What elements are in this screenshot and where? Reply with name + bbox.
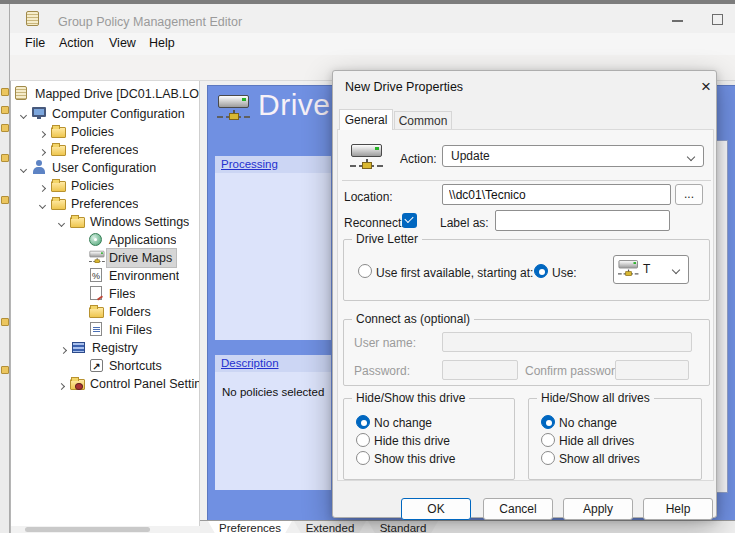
browse-button[interactable]: ... [675, 184, 703, 205]
tree-item-drive-maps[interactable]: Drive Maps [11, 249, 200, 267]
confirm-password-label: Confirm password: [525, 364, 625, 378]
maximize-button[interactable] [712, 14, 723, 25]
background-window-strip [0, 4, 10, 533]
tree-item-files[interactable]: Files [11, 285, 200, 303]
user-name-input [442, 332, 692, 352]
drive-letter-icon [618, 259, 639, 276]
label-as-input[interactable] [495, 210, 670, 231]
menu-action[interactable]: Action [59, 36, 94, 50]
drive-maps-header-icon [217, 93, 251, 121]
tree-item-shortcuts[interactable]: ↗ Shortcuts [11, 357, 200, 375]
location-input[interactable] [442, 184, 671, 205]
folder-icon [51, 178, 69, 194]
show-all-drives-radio[interactable] [541, 451, 555, 465]
folder-icon [51, 124, 69, 140]
gpme-app-icon [26, 11, 39, 26]
gpo-scroll-icon [15, 86, 33, 102]
show-this-drive-radio[interactable] [356, 451, 370, 465]
background-folder-icon [1, 154, 9, 162]
empty-selection-message: No policies selected [222, 386, 324, 398]
description-section-header: Description [215, 355, 331, 372]
reconnect-checkbox[interactable] [402, 213, 417, 228]
cancel-button[interactable]: Cancel [483, 498, 553, 520]
tree-item-registry[interactable]: Registry [11, 339, 200, 357]
this-no-change-radio[interactable] [356, 415, 370, 429]
tree-item-ini-files[interactable]: Ini Files [11, 321, 200, 339]
drive-letter-group: Drive Letter Use first available, starti… [343, 239, 710, 301]
processing-section-header: Processing [215, 156, 331, 173]
tree-item-computer-configuration[interactable]: Computer Configuration [11, 105, 200, 123]
connect-as-title: Connect as (optional) [352, 312, 474, 326]
expand-chevron-icon[interactable] [34, 145, 51, 155]
expand-chevron-icon[interactable] [34, 127, 51, 137]
window-title: Group Policy Management Editor [58, 15, 242, 29]
hide-all-drives-radio[interactable] [541, 433, 555, 447]
folders-icon [89, 304, 107, 320]
files-icon [89, 286, 107, 302]
collapse-chevron-icon[interactable] [53, 218, 70, 226]
show-this-drive-label: Show this drive [374, 452, 455, 466]
processing-link[interactable]: Processing [221, 158, 278, 170]
tree-item-policies[interactable]: Policies [11, 123, 200, 141]
registry-icon [72, 340, 90, 356]
ok-button[interactable]: OK [401, 498, 471, 520]
hide-show-all-title: Hide/Show all drives [537, 391, 654, 405]
expand-chevron-icon[interactable] [55, 343, 72, 353]
applications-icon [89, 232, 107, 248]
reconnect-label: Reconnect: [344, 216, 405, 230]
collapse-chevron-icon[interactable] [15, 164, 32, 172]
folder-icon [70, 214, 88, 230]
drive-action-icon [350, 142, 384, 170]
expand-chevron-icon[interactable] [34, 181, 51, 191]
menu-file[interactable]: File [25, 36, 45, 50]
tab-extended[interactable]: Extended [294, 521, 366, 533]
drive-letter-dropdown[interactable]: T [613, 255, 689, 284]
description-link[interactable]: Description [221, 357, 279, 369]
tab-preferences[interactable]: Preferences [208, 521, 292, 533]
hide-this-drive-radio[interactable] [356, 433, 370, 447]
menu-help[interactable]: Help [149, 36, 175, 50]
tree-item-preferences[interactable]: Preferences [11, 141, 200, 159]
use-label: Use: [552, 266, 577, 280]
tab-standard[interactable]: Standard [368, 521, 438, 533]
new-drive-properties-dialog: New Drive Properties × General Common Ac… [332, 70, 717, 518]
title-bar: Group Policy Management Editor [10, 4, 735, 33]
tree-item-user-policies[interactable]: Policies [11, 177, 200, 195]
collapse-chevron-icon[interactable] [34, 200, 51, 208]
tab-general[interactable]: General [339, 109, 393, 130]
expand-chevron-icon[interactable] [53, 379, 70, 389]
description-panel: No policies selected [215, 372, 331, 490]
tree-item-environment[interactable]: % Environment [11, 267, 200, 285]
show-all-drives-label: Show all drives [559, 452, 640, 466]
all-no-change-label: No change [559, 416, 617, 430]
computer-icon [32, 106, 50, 122]
action-label: Action: [400, 152, 437, 166]
hide-show-this-title: Hide/Show this drive [352, 391, 469, 405]
tree-item-control-panel-settings[interactable]: Control Panel Setting [11, 375, 200, 393]
close-icon[interactable]: × [697, 78, 715, 96]
tree-item-user-configuration[interactable]: User Configuration [11, 159, 200, 177]
hide-show-this-drive-group: Hide/Show this drive No change Hide this… [343, 398, 515, 480]
dialog-title: New Drive Properties [345, 80, 463, 94]
tab-common[interactable]: Common [394, 111, 452, 130]
tree-item-applications[interactable]: Applications [11, 231, 200, 249]
tree-item-user-preferences[interactable]: Preferences [11, 195, 200, 213]
help-button[interactable]: Help [643, 498, 713, 520]
action-dropdown[interactable]: Update [442, 145, 704, 167]
tree-item-folders[interactable]: Folders [11, 303, 200, 321]
tree-item-root[interactable]: Mapped Drive [DC01.LAB.LOCA [11, 85, 200, 103]
all-no-change-radio[interactable] [541, 415, 555, 429]
collapse-chevron-icon[interactable] [15, 110, 32, 118]
use-first-available-radio[interactable] [358, 264, 372, 278]
shortcuts-icon: ↗ [89, 358, 107, 374]
drive-letter-title: Drive Letter [352, 232, 422, 246]
use-radio[interactable] [534, 264, 548, 278]
menu-view[interactable]: View [109, 36, 136, 50]
minimize-button[interactable] [672, 20, 683, 22]
apply-button[interactable]: Apply [563, 498, 633, 520]
section-divider [342, 180, 711, 181]
control-panel-folder-icon [70, 376, 88, 392]
hide-all-drives-label: Hide all drives [559, 434, 634, 448]
tree-scrollbar-thumb[interactable] [25, 527, 150, 532]
tree-item-windows-settings[interactable]: Windows Settings [11, 213, 200, 231]
